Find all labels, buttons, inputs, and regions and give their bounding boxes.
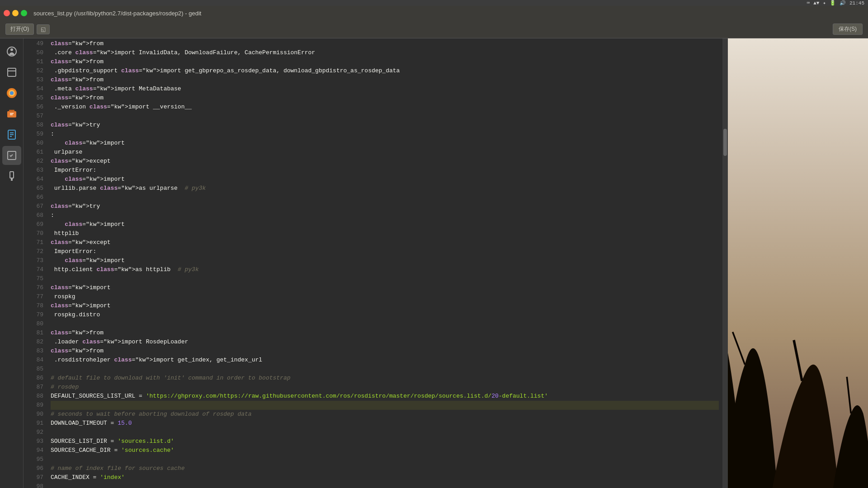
open-button[interactable]: 打开(O) bbox=[5, 23, 34, 35]
line-number: 68 bbox=[25, 211, 43, 220]
line-number: 65 bbox=[25, 184, 43, 193]
code-line: # rosdep bbox=[51, 383, 719, 392]
line-number: 69 bbox=[25, 220, 43, 229]
svg-line-27 bbox=[794, 340, 802, 381]
code-line: class="kw">from bbox=[51, 75, 719, 84]
code-line bbox=[51, 482, 719, 488]
battery-icon: 🔋 bbox=[830, 0, 836, 6]
line-number: 77 bbox=[25, 292, 43, 301]
line-number: 49 bbox=[25, 39, 43, 48]
svg-rect-2 bbox=[8, 68, 16, 76]
line-number: 75 bbox=[25, 274, 43, 283]
keyboard-icon: ⌨ bbox=[807, 0, 810, 6]
toolbar-left: 打开(O) ◱ bbox=[5, 23, 50, 35]
line-number: 64 bbox=[25, 175, 43, 184]
line-number: 67 bbox=[25, 202, 43, 211]
sidebar-icon-files[interactable] bbox=[2, 63, 21, 82]
sidebar-icon-editor[interactable] bbox=[2, 146, 21, 165]
line-number: 76 bbox=[25, 283, 43, 292]
code-line: DOWNLOAD_TIMEOUT = 15.0 bbox=[51, 419, 719, 428]
line-number: 61 bbox=[25, 148, 43, 157]
sidebar-icon-software[interactable] bbox=[2, 104, 21, 123]
line-number: 98 bbox=[25, 482, 43, 488]
code-line: class="kw">except bbox=[51, 157, 719, 166]
line-number: 73 bbox=[25, 256, 43, 265]
window-title: sources_list.py (/usr/lib/python2.7/dist… bbox=[33, 10, 201, 17]
code-line bbox=[51, 319, 719, 328]
sidebar-icon-usb[interactable] bbox=[2, 167, 21, 186]
svg-point-6 bbox=[10, 91, 14, 95]
line-number: 52 bbox=[25, 66, 43, 75]
code-line: class="kw">from bbox=[51, 347, 719, 356]
line-number: 97 bbox=[25, 473, 43, 482]
svg-line-26 bbox=[733, 332, 745, 365]
line-number: 80 bbox=[25, 319, 43, 328]
line-number: 78 bbox=[25, 301, 43, 310]
code-line: # default file to download with 'init' c… bbox=[51, 374, 719, 383]
line-number: 63 bbox=[25, 166, 43, 175]
sidebar-icon-network[interactable] bbox=[2, 42, 21, 61]
code-line bbox=[51, 274, 719, 283]
sidebar-icon-notes[interactable] bbox=[2, 125, 21, 144]
svg-point-1 bbox=[10, 48, 13, 51]
close-button[interactable] bbox=[4, 10, 10, 16]
line-number: 72 bbox=[25, 247, 43, 256]
code-line bbox=[51, 401, 719, 410]
sidebar bbox=[0, 38, 24, 488]
code-line: # seconds to wait before aborting downlo… bbox=[51, 410, 719, 419]
line-number: 79 bbox=[25, 310, 43, 319]
line-number: 70 bbox=[25, 229, 43, 238]
code-line bbox=[51, 112, 719, 121]
code-line: # name of index file for sources cache bbox=[51, 464, 719, 473]
code-line: class="kw">import bbox=[51, 301, 719, 310]
line-number: 87 bbox=[25, 383, 43, 392]
editor-area: 4950515253545556575859606162636465666768… bbox=[24, 38, 728, 488]
code-line: DEFAULT_SOURCES_LIST_URL = 'https://ghpr… bbox=[51, 392, 719, 401]
line-number: 54 bbox=[25, 84, 43, 94]
line-number: 58 bbox=[25, 121, 43, 130]
audio-icon: 🔊 bbox=[840, 0, 846, 6]
code-line bbox=[51, 365, 719, 374]
code-content[interactable]: class="kw">from .core class="kw">import … bbox=[47, 38, 722, 488]
line-number: 88 bbox=[25, 392, 43, 401]
app-window: sources_list.py (/usr/lib/python2.7/dist… bbox=[0, 6, 868, 488]
bluetooth-icon: ✦ bbox=[823, 0, 826, 6]
svg-rect-7 bbox=[7, 111, 16, 117]
sidebar-icon-firefox[interactable] bbox=[2, 84, 21, 103]
line-number: 96 bbox=[25, 464, 43, 473]
line-number: 56 bbox=[25, 103, 43, 112]
line-numbers: 4950515253545556575859606162636465666768… bbox=[24, 38, 47, 488]
tree-silhouette-svg bbox=[728, 38, 868, 488]
svg-rect-8 bbox=[9, 110, 14, 112]
code-line: class="kw">from bbox=[51, 39, 719, 48]
line-number: 74 bbox=[25, 265, 43, 274]
line-number: 83 bbox=[25, 347, 43, 356]
code-line: class="kw">import bbox=[51, 256, 719, 265]
line-number: 62 bbox=[25, 157, 43, 166]
line-number: 55 bbox=[25, 94, 43, 103]
svg-rect-16 bbox=[10, 172, 14, 178]
save-button[interactable]: 保存(S) bbox=[833, 23, 863, 35]
minimize-button[interactable] bbox=[12, 10, 19, 16]
code-line: class="kw">try bbox=[51, 121, 719, 130]
toolbar: 打开(O) ◱ 保存(S) bbox=[0, 20, 868, 38]
scrollbar[interactable] bbox=[722, 38, 728, 488]
code-line bbox=[51, 428, 719, 437]
line-number: 86 bbox=[25, 374, 43, 383]
code-line bbox=[51, 455, 719, 464]
code-line: class="kw">try bbox=[51, 202, 719, 211]
time-display: 21:45 bbox=[849, 0, 864, 6]
line-number: 93 bbox=[25, 437, 43, 446]
scrollbar-thumb[interactable] bbox=[723, 129, 727, 156]
window-controls[interactable] bbox=[4, 10, 27, 16]
new-button[interactable]: ◱ bbox=[37, 24, 50, 34]
code-line: class="kw">from bbox=[51, 328, 719, 338]
code-line: class="kw">import bbox=[51, 175, 719, 184]
code-line: class="kw">from bbox=[51, 94, 719, 103]
line-number: 94 bbox=[25, 446, 43, 455]
wallpaper bbox=[728, 38, 868, 488]
line-number: 50 bbox=[25, 48, 43, 57]
system-icons: ⌨ ▲▼ ✦ 🔋 🔊 21:45 bbox=[807, 0, 864, 6]
code-view[interactable]: 4950515253545556575859606162636465666768… bbox=[24, 38, 728, 488]
maximize-button[interactable] bbox=[21, 10, 27, 16]
